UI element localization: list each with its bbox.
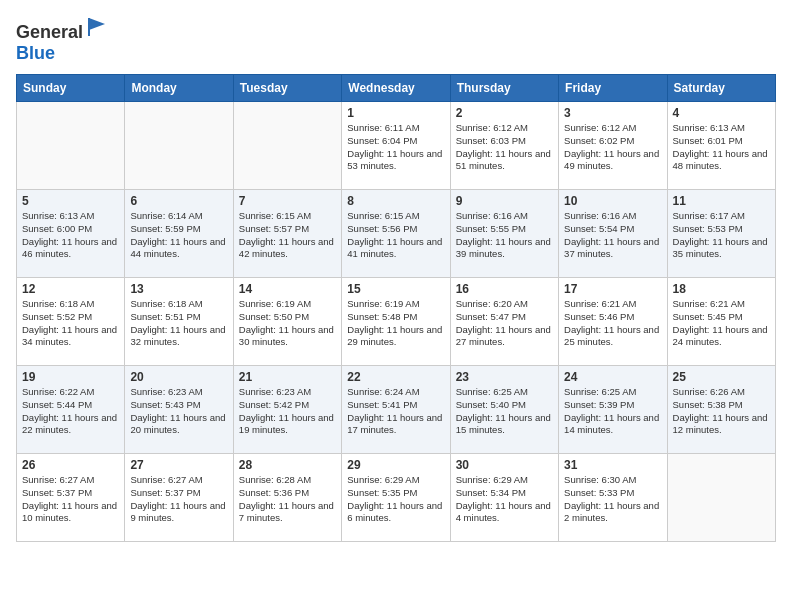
day-number: 9 — [456, 194, 553, 208]
day-number: 2 — [456, 106, 553, 120]
calendar-week-row: 26Sunrise: 6:27 AM Sunset: 5:37 PM Dayli… — [17, 454, 776, 542]
calendar-cell: 13Sunrise: 6:18 AM Sunset: 5:51 PM Dayli… — [125, 278, 233, 366]
calendar-cell: 5Sunrise: 6:13 AM Sunset: 6:00 PM Daylig… — [17, 190, 125, 278]
day-number: 28 — [239, 458, 336, 472]
weekday-header: Friday — [559, 75, 667, 102]
calendar-cell: 15Sunrise: 6:19 AM Sunset: 5:48 PM Dayli… — [342, 278, 450, 366]
day-number: 15 — [347, 282, 444, 296]
day-number: 25 — [673, 370, 770, 384]
page-header: General Blue — [16, 16, 776, 64]
calendar-cell — [125, 102, 233, 190]
day-info: Sunrise: 6:11 AM Sunset: 6:04 PM Dayligh… — [347, 122, 444, 173]
calendar-header-row: SundayMondayTuesdayWednesdayThursdayFrid… — [17, 75, 776, 102]
day-number: 27 — [130, 458, 227, 472]
calendar-cell — [667, 454, 775, 542]
day-info: Sunrise: 6:21 AM Sunset: 5:46 PM Dayligh… — [564, 298, 661, 349]
calendar-cell: 20Sunrise: 6:23 AM Sunset: 5:43 PM Dayli… — [125, 366, 233, 454]
day-info: Sunrise: 6:15 AM Sunset: 5:57 PM Dayligh… — [239, 210, 336, 261]
day-info: Sunrise: 6:12 AM Sunset: 6:03 PM Dayligh… — [456, 122, 553, 173]
calendar-cell: 19Sunrise: 6:22 AM Sunset: 5:44 PM Dayli… — [17, 366, 125, 454]
day-info: Sunrise: 6:23 AM Sunset: 5:42 PM Dayligh… — [239, 386, 336, 437]
day-info: Sunrise: 6:30 AM Sunset: 5:33 PM Dayligh… — [564, 474, 661, 525]
calendar-cell — [17, 102, 125, 190]
day-number: 3 — [564, 106, 661, 120]
calendar-cell: 14Sunrise: 6:19 AM Sunset: 5:50 PM Dayli… — [233, 278, 341, 366]
svg-marker-0 — [89, 18, 105, 30]
weekday-header: Sunday — [17, 75, 125, 102]
calendar-cell: 9Sunrise: 6:16 AM Sunset: 5:55 PM Daylig… — [450, 190, 558, 278]
day-number: 22 — [347, 370, 444, 384]
calendar-week-row: 1Sunrise: 6:11 AM Sunset: 6:04 PM Daylig… — [17, 102, 776, 190]
calendar-cell: 11Sunrise: 6:17 AM Sunset: 5:53 PM Dayli… — [667, 190, 775, 278]
logo-blue: Blue — [16, 43, 55, 63]
day-info: Sunrise: 6:18 AM Sunset: 5:51 PM Dayligh… — [130, 298, 227, 349]
calendar-cell: 18Sunrise: 6:21 AM Sunset: 5:45 PM Dayli… — [667, 278, 775, 366]
logo: General Blue — [16, 16, 107, 64]
day-info: Sunrise: 6:14 AM Sunset: 5:59 PM Dayligh… — [130, 210, 227, 261]
calendar-week-row: 12Sunrise: 6:18 AM Sunset: 5:52 PM Dayli… — [17, 278, 776, 366]
calendar-cell: 8Sunrise: 6:15 AM Sunset: 5:56 PM Daylig… — [342, 190, 450, 278]
day-number: 12 — [22, 282, 119, 296]
day-number: 18 — [673, 282, 770, 296]
calendar-cell: 21Sunrise: 6:23 AM Sunset: 5:42 PM Dayli… — [233, 366, 341, 454]
calendar-cell: 25Sunrise: 6:26 AM Sunset: 5:38 PM Dayli… — [667, 366, 775, 454]
day-number: 30 — [456, 458, 553, 472]
calendar-cell: 2Sunrise: 6:12 AM Sunset: 6:03 PM Daylig… — [450, 102, 558, 190]
day-number: 7 — [239, 194, 336, 208]
weekday-header: Tuesday — [233, 75, 341, 102]
day-info: Sunrise: 6:12 AM Sunset: 6:02 PM Dayligh… — [564, 122, 661, 173]
day-info: Sunrise: 6:13 AM Sunset: 6:01 PM Dayligh… — [673, 122, 770, 173]
day-number: 24 — [564, 370, 661, 384]
day-number: 5 — [22, 194, 119, 208]
day-number: 8 — [347, 194, 444, 208]
day-info: Sunrise: 6:22 AM Sunset: 5:44 PM Dayligh… — [22, 386, 119, 437]
calendar-table: SundayMondayTuesdayWednesdayThursdayFrid… — [16, 74, 776, 542]
calendar-cell: 17Sunrise: 6:21 AM Sunset: 5:46 PM Dayli… — [559, 278, 667, 366]
logo-general: General — [16, 22, 83, 42]
day-info: Sunrise: 6:18 AM Sunset: 5:52 PM Dayligh… — [22, 298, 119, 349]
day-info: Sunrise: 6:27 AM Sunset: 5:37 PM Dayligh… — [130, 474, 227, 525]
logo-flag-icon — [85, 16, 107, 38]
weekday-header: Wednesday — [342, 75, 450, 102]
day-number: 13 — [130, 282, 227, 296]
calendar-cell: 7Sunrise: 6:15 AM Sunset: 5:57 PM Daylig… — [233, 190, 341, 278]
day-number: 16 — [456, 282, 553, 296]
day-info: Sunrise: 6:25 AM Sunset: 5:39 PM Dayligh… — [564, 386, 661, 437]
calendar-cell: 26Sunrise: 6:27 AM Sunset: 5:37 PM Dayli… — [17, 454, 125, 542]
day-info: Sunrise: 6:13 AM Sunset: 6:00 PM Dayligh… — [22, 210, 119, 261]
calendar-cell: 10Sunrise: 6:16 AM Sunset: 5:54 PM Dayli… — [559, 190, 667, 278]
day-info: Sunrise: 6:29 AM Sunset: 5:34 PM Dayligh… — [456, 474, 553, 525]
calendar-cell: 24Sunrise: 6:25 AM Sunset: 5:39 PM Dayli… — [559, 366, 667, 454]
day-info: Sunrise: 6:24 AM Sunset: 5:41 PM Dayligh… — [347, 386, 444, 437]
day-number: 31 — [564, 458, 661, 472]
calendar-cell: 6Sunrise: 6:14 AM Sunset: 5:59 PM Daylig… — [125, 190, 233, 278]
day-number: 6 — [130, 194, 227, 208]
calendar-cell: 22Sunrise: 6:24 AM Sunset: 5:41 PM Dayli… — [342, 366, 450, 454]
day-number: 26 — [22, 458, 119, 472]
day-info: Sunrise: 6:25 AM Sunset: 5:40 PM Dayligh… — [456, 386, 553, 437]
day-info: Sunrise: 6:27 AM Sunset: 5:37 PM Dayligh… — [22, 474, 119, 525]
logo-text: General Blue — [16, 16, 107, 64]
day-info: Sunrise: 6:20 AM Sunset: 5:47 PM Dayligh… — [456, 298, 553, 349]
day-info: Sunrise: 6:15 AM Sunset: 5:56 PM Dayligh… — [347, 210, 444, 261]
day-number: 19 — [22, 370, 119, 384]
day-info: Sunrise: 6:21 AM Sunset: 5:45 PM Dayligh… — [673, 298, 770, 349]
calendar-week-row: 19Sunrise: 6:22 AM Sunset: 5:44 PM Dayli… — [17, 366, 776, 454]
weekday-header: Monday — [125, 75, 233, 102]
calendar-cell: 28Sunrise: 6:28 AM Sunset: 5:36 PM Dayli… — [233, 454, 341, 542]
calendar-cell: 23Sunrise: 6:25 AM Sunset: 5:40 PM Dayli… — [450, 366, 558, 454]
calendar-cell: 29Sunrise: 6:29 AM Sunset: 5:35 PM Dayli… — [342, 454, 450, 542]
day-info: Sunrise: 6:29 AM Sunset: 5:35 PM Dayligh… — [347, 474, 444, 525]
weekday-header: Thursday — [450, 75, 558, 102]
day-info: Sunrise: 6:16 AM Sunset: 5:54 PM Dayligh… — [564, 210, 661, 261]
day-number: 21 — [239, 370, 336, 384]
day-info: Sunrise: 6:17 AM Sunset: 5:53 PM Dayligh… — [673, 210, 770, 261]
day-info: Sunrise: 6:26 AM Sunset: 5:38 PM Dayligh… — [673, 386, 770, 437]
day-info: Sunrise: 6:23 AM Sunset: 5:43 PM Dayligh… — [130, 386, 227, 437]
calendar-cell: 30Sunrise: 6:29 AM Sunset: 5:34 PM Dayli… — [450, 454, 558, 542]
day-number: 11 — [673, 194, 770, 208]
day-info: Sunrise: 6:19 AM Sunset: 5:50 PM Dayligh… — [239, 298, 336, 349]
calendar-cell: 4Sunrise: 6:13 AM Sunset: 6:01 PM Daylig… — [667, 102, 775, 190]
calendar-week-row: 5Sunrise: 6:13 AM Sunset: 6:00 PM Daylig… — [17, 190, 776, 278]
calendar-cell: 31Sunrise: 6:30 AM Sunset: 5:33 PM Dayli… — [559, 454, 667, 542]
